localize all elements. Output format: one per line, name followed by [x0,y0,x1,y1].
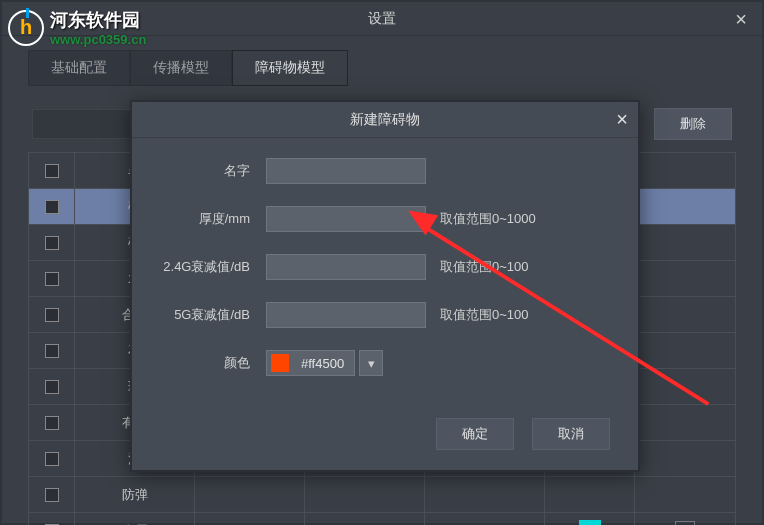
color-swatch-icon [271,354,289,372]
cell-att24: 30.0 [305,513,425,525]
cell-name: 金属 [75,513,195,525]
row-checkbox[interactable] [45,488,59,502]
color-picker[interactable]: #ff4500 [266,350,355,376]
hint-att24: 取值范围0~100 [440,258,529,276]
label-thickness: 厚度/mm [158,210,250,228]
edit-icon[interactable] [675,521,695,525]
color-value: #ff4500 [295,356,350,371]
table-row[interactable]: 防弹 [29,477,735,513]
cell-color [545,513,635,525]
label-att5: 5G衰减值/dB [158,306,250,324]
new-obstacle-dialog: 新建障碍物 × 名字 厚度/mm 取值范围0~1000 2.4G衰减值/dB 取… [130,100,640,472]
label-name: 名字 [158,162,250,180]
input-thickness[interactable] [266,206,426,232]
row-name: 名字 [158,158,612,184]
row-checkbox[interactable] [45,416,59,430]
row-color: 颜色 #ff4500 ▾ [158,350,612,376]
row-checkbox[interactable] [45,452,59,466]
dialog-titlebar: 新建障碍物 × [132,102,638,138]
dialog-close-icon[interactable]: × [616,108,628,131]
tab-obstacle[interactable]: 障碍物模型 [232,50,348,86]
row-checkbox[interactable] [45,344,59,358]
hint-thickness: 取值范围0~1000 [440,210,536,228]
row-checkbox[interactable] [45,272,59,286]
input-att24[interactable] [266,254,426,280]
tab-propagation[interactable]: 传播模型 [130,50,232,86]
row-checkbox[interactable] [45,200,59,214]
input-name[interactable] [266,158,426,184]
row-checkbox[interactable] [45,308,59,322]
dialog-footer: 确定 取消 [132,408,638,470]
row-att24: 2.4G衰减值/dB 取值范围0~100 [158,254,612,280]
table-row[interactable]: 金属 8.0 30.0 35.0 [29,513,735,525]
watermark-url: www.pc0359.cn [50,32,146,47]
label-color: 颜色 [158,354,250,372]
settings-title: 设置 [368,10,396,28]
color-dropdown-icon[interactable]: ▾ [359,350,383,376]
watermark: h 河东软件园 www.pc0359.cn [8,8,146,47]
label-att24: 2.4G衰减值/dB [158,258,250,276]
dialog-title: 新建障碍物 [350,111,420,129]
cell-thickness: 8.0 [195,513,305,525]
delete-button[interactable]: 删除 [654,108,732,140]
row-att5: 5G衰减值/dB 取值范围0~100 [158,302,612,328]
tab-basic[interactable]: 基础配置 [28,50,130,86]
cancel-button[interactable]: 取消 [532,418,610,450]
color-swatch-icon [579,520,601,525]
row-checkbox[interactable] [45,380,59,394]
hint-att5: 取值范围0~100 [440,306,529,324]
watermark-name: 河东软件园 [50,8,146,32]
cell-att5: 35.0 [425,513,545,525]
row-checkbox[interactable] [45,236,59,250]
row-thickness: 厚度/mm 取值范围0~1000 [158,206,612,232]
settings-close-icon[interactable]: × [730,8,752,31]
cell-action [635,513,735,525]
header-checkbox[interactable] [29,153,75,188]
ok-button[interactable]: 确定 [436,418,514,450]
input-att5[interactable] [266,302,426,328]
watermark-logo-icon: h [8,10,44,46]
